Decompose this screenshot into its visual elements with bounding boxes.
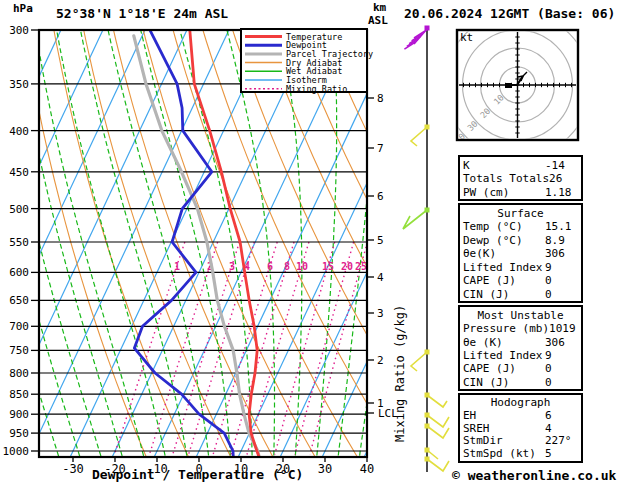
- pressure-tick-label: 1000: [3, 445, 30, 458]
- stat-value: 1019: [549, 322, 578, 335]
- wind-barb-staff: [403, 210, 427, 229]
- stat-label: θe(K): [463, 247, 545, 260]
- stats-table-title: Surface: [460, 207, 581, 220]
- station-title: 52°38'N 1°18'E 24m ASL: [56, 6, 228, 21]
- pressure-unit-label: hPa: [13, 2, 33, 15]
- stat-row: CAPE (J)0: [460, 274, 581, 287]
- stats-table-surface: SurfaceTemp (°C)15.1Dewp (°C)8.9θe(K)306…: [458, 203, 583, 303]
- mixing-ratio-line: [173, 242, 240, 455]
- stat-value: 1.18: [545, 186, 578, 199]
- wind-barb: [425, 424, 450, 439]
- pressure-tick-label: 650: [9, 294, 29, 307]
- stats-table-indices: K-14Totals Totals26PW (cm)1.18: [458, 155, 583, 201]
- isotherm-line: [238, 30, 439, 457]
- legend-label: Mixing Ratio: [286, 84, 347, 94]
- datetime-label: 20.06.2024 12GMT (Base: 06): [404, 6, 615, 21]
- hodograph-unit-label: kt: [460, 31, 473, 44]
- yaxis-right-title: Mixing Ratio (g/kg): [393, 305, 407, 442]
- pressure-tick-label: 750: [9, 344, 29, 357]
- wet-adiabat-line: [378, 0, 460, 471]
- wet-adiabat-line: [27, 0, 147, 471]
- stat-label: EH: [463, 410, 545, 423]
- stat-label: Totals Totals: [463, 172, 549, 185]
- stat-value: 9: [545, 261, 578, 274]
- legend: TemperatureDewpointParcel TrajectoryDry …: [241, 29, 373, 94]
- mixing-ratio-value: 1: [174, 261, 180, 272]
- stats-table-title: Hodograph: [460, 397, 581, 410]
- stat-value: 15.1: [545, 220, 578, 233]
- stat-value: 306: [545, 247, 578, 260]
- stat-row: Lifted Index9: [460, 349, 581, 362]
- pressure-tick-label: 550: [9, 236, 29, 249]
- credit: © weatheronline.co.uk: [452, 468, 616, 483]
- pressure-tick-label: 300: [9, 24, 29, 37]
- pressure-tick-label: 900: [9, 408, 29, 421]
- mixing-ratio-value: 20: [341, 261, 353, 272]
- wind-barb-staff: [427, 415, 449, 427]
- altitude-unit-km: km: [373, 1, 386, 14]
- stat-value: -14: [545, 159, 578, 172]
- stats-table-hodograph: HodographEH6SREH4StmDir227°StmSpd (kt)5: [458, 393, 583, 463]
- wind-barb-staff: [411, 127, 427, 146]
- km-tick-label: 4: [377, 271, 384, 284]
- stat-label: CAPE (J): [463, 362, 545, 375]
- km-tick-label: 8: [377, 92, 384, 105]
- stat-row: Lifted Index9: [460, 261, 581, 274]
- xaxis-title: Dewpoint / Temperature (°C): [92, 467, 303, 482]
- km-tick-label: 6: [377, 190, 384, 203]
- altitude-unit-asl: ASL: [368, 14, 388, 27]
- stat-label: K: [463, 159, 545, 172]
- stat-row: θe(K)306: [460, 247, 581, 260]
- stat-value: 6: [545, 410, 578, 423]
- stat-label: CIN (J): [463, 376, 545, 389]
- stats-table-title: Most Unstable: [460, 309, 581, 322]
- pressure-tick-label: 400: [9, 125, 29, 138]
- stat-value: 0: [545, 288, 578, 301]
- wind-barb: [425, 393, 448, 408]
- stat-value: 0: [545, 362, 578, 375]
- km-tick-label: 2: [377, 354, 384, 367]
- pressure-tick-label: 950: [9, 427, 29, 440]
- stat-label: CIN (J): [463, 288, 545, 301]
- pressure-tick-label: 850: [9, 388, 29, 401]
- mixing-ratio-line: [149, 242, 217, 455]
- hodograph-trace-blob: [505, 83, 512, 88]
- stat-value: 306: [545, 336, 578, 349]
- dry-adiabat-line: [43, 0, 195, 471]
- stat-row: StmSpd (kt)5: [460, 448, 581, 461]
- km-tick-label: 5: [377, 234, 384, 247]
- stat-label: Lifted Index: [463, 349, 545, 362]
- stat-row: CAPE (J)0: [460, 362, 581, 375]
- stat-label: Lifted Index: [463, 261, 545, 274]
- mixing-ratio-value: 8: [284, 261, 290, 272]
- pressure-tick-label: 500: [9, 203, 29, 216]
- pressure-tick-label: 350: [9, 78, 29, 91]
- stat-row: CIN (J)0: [460, 376, 581, 389]
- mixing-ratio-value: 25: [355, 261, 367, 272]
- temp-tick-label: 40: [360, 462, 374, 476]
- stat-value: 26: [549, 172, 578, 185]
- mixing-ratio-value: 6: [267, 261, 273, 272]
- pressure-tick-label: 800: [9, 367, 29, 380]
- stat-label: CAPE (J): [463, 274, 545, 287]
- stat-row: K-14: [460, 159, 581, 172]
- wind-barb-staff: [411, 352, 427, 371]
- wind-barb-staff: [427, 395, 447, 407]
- pressure-tick-label: 700: [9, 320, 29, 333]
- wind-barb-staff: [427, 426, 449, 438]
- mixing-ratio-line: [114, 242, 184, 455]
- stat-row: θe (K)306: [460, 336, 581, 349]
- stat-value: 5: [545, 448, 578, 461]
- stat-label: Temp (°C): [463, 220, 545, 233]
- stat-row: Totals Totals26: [460, 172, 581, 185]
- km-tick-label: 3: [377, 307, 384, 320]
- stat-value: 8.9: [545, 234, 578, 247]
- stat-value: 0: [545, 274, 578, 287]
- stat-label: StmSpd (kt): [463, 448, 545, 461]
- stat-label: Dewp (°C): [463, 234, 545, 247]
- mixing-ratio-value: 10: [296, 261, 308, 272]
- stat-label: PW (cm): [463, 186, 545, 199]
- mixing-ratio-value: 15: [322, 261, 334, 272]
- mixing-ratio-value: 3: [229, 261, 235, 272]
- stats-table-most-unstable: Most UnstablePressure (mb)1019θe (K)306L…: [458, 305, 583, 391]
